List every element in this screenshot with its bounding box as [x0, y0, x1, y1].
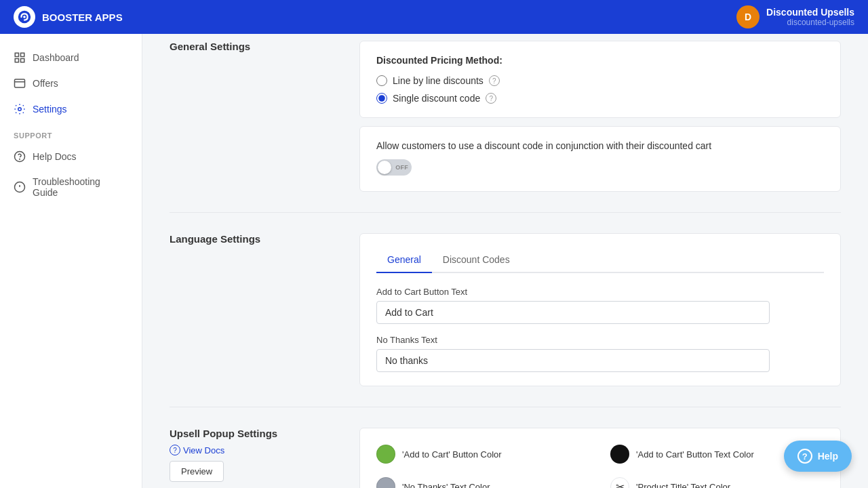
- sidebar-label-troubleshooting: Troubleshooting Guide: [33, 176, 128, 198]
- dashboard-icon: [14, 52, 26, 64]
- add-to-cart-btn-color-swatch[interactable]: [376, 445, 395, 464]
- general-settings-section: General Settings Discounted Pricing Meth…: [170, 20, 841, 213]
- svg-point-1: [23, 16, 26, 18]
- add-to-cart-field-label: Add to Cart Button Text: [376, 287, 824, 297]
- help-docs-icon: [14, 150, 26, 163]
- help-button-icon: ?: [797, 449, 812, 464]
- single-discount-label: Single discount code: [393, 93, 480, 104]
- no-thanks-text-color-swatch[interactable]: [376, 477, 395, 488]
- support-section-label: SUPPORT: [0, 122, 142, 144]
- brand-name: BOOSTER APPS: [42, 12, 123, 23]
- color-settings-card: 'Add to Cart' Button Color 'Add to Cart'…: [359, 428, 841, 488]
- line-by-line-radio[interactable]: [376, 75, 387, 86]
- single-discount-radio[interactable]: [376, 93, 387, 104]
- sidebar-item-offers[interactable]: Offers: [0, 70, 142, 96]
- settings-icon: [14, 103, 26, 115]
- app-logo: [14, 6, 35, 28]
- pricing-radio-group: Line by line discounts ? Single discount…: [376, 75, 824, 104]
- single-discount-help-icon[interactable]: ?: [486, 93, 496, 104]
- tab-discount-codes[interactable]: Discount Codes: [432, 247, 521, 273]
- account-name: Discounted Upsells: [766, 7, 854, 18]
- no-thanks-text-color-label: 'No Thanks' Text Color: [402, 482, 490, 489]
- no-thanks-input[interactable]: [376, 349, 770, 372]
- sidebar-item-settings[interactable]: Settings: [0, 96, 142, 122]
- offers-icon: [14, 77, 26, 89]
- help-button[interactable]: ? Help: [784, 441, 852, 472]
- conjunction-toggle[interactable]: OFF: [376, 159, 412, 176]
- language-tabs: General Discount Codes: [376, 247, 824, 273]
- help-button-label: Help: [818, 451, 838, 462]
- single-discount-option[interactable]: Single discount code ?: [376, 93, 824, 104]
- sidebar-item-troubleshooting[interactable]: Troubleshooting Guide: [0, 169, 142, 205]
- view-docs-link[interactable]: ? View Docs: [170, 445, 332, 455]
- add-to-cart-btn-color-label: 'Add to Cart' Button Color: [402, 449, 502, 460]
- no-thanks-field-group: No Thanks Text: [376, 335, 824, 372]
- line-by-line-option[interactable]: Line by line discounts ?: [376, 75, 824, 86]
- sidebar: Dashboard Offers Settings SUPPORT: [0, 34, 142, 488]
- language-settings-title: Language Settings: [170, 233, 332, 386]
- no-thanks-text-color-item: 'No Thanks' Text Color: [376, 477, 590, 488]
- header: BOOSTER APPS D Discounted Upsells discou…: [0, 0, 868, 34]
- account-info: Discounted Upsells discounted-upsells: [766, 7, 854, 27]
- line-by-line-label: Line by line discounts: [393, 75, 484, 86]
- general-settings-content: Discounted Pricing Method: Line by line …: [359, 41, 841, 192]
- conjunction-text: Allow customers to use a discount code i…: [376, 140, 824, 151]
- no-thanks-field-label: No Thanks Text: [376, 335, 824, 345]
- add-to-cart-text-color-swatch[interactable]: [610, 445, 629, 464]
- account-subdomain: discounted-upsells: [766, 18, 854, 27]
- toggle-label: OFF: [395, 164, 408, 171]
- troubleshooting-icon: [14, 181, 26, 193]
- language-card: General Discount Codes Add to Cart Butto…: [359, 233, 841, 386]
- sidebar-label-settings: Settings: [33, 104, 67, 115]
- svg-rect-2: [15, 53, 18, 56]
- sidebar-item-help-docs[interactable]: Help Docs: [0, 144, 142, 169]
- toggle-knob: [378, 161, 391, 174]
- language-settings-content: General Discount Codes Add to Cart Butto…: [359, 233, 841, 386]
- conjunction-card: Allow customers to use a discount code i…: [359, 126, 841, 192]
- product-title-text-color-swatch[interactable]: ✂: [610, 477, 629, 488]
- sidebar-label-dashboard: Dashboard: [33, 52, 79, 63]
- pricing-method-title: Discounted Pricing Method:: [376, 55, 824, 66]
- add-to-cart-text-color-label: 'Add to Cart' Button Text Color: [636, 449, 754, 460]
- product-title-text-color-item: ✂ 'Product Title' Text Color: [610, 477, 824, 488]
- upsell-popup-content: 'Add to Cart' Button Color 'Add to Cart'…: [359, 428, 841, 488]
- pricing-method-card: Discounted Pricing Method: Line by line …: [359, 41, 841, 118]
- sidebar-label-offers: Offers: [33, 78, 58, 89]
- line-by-line-help-icon[interactable]: ?: [489, 75, 500, 86]
- main-content: General Settings Discounted Pricing Meth…: [142, 0, 868, 488]
- svg-point-7: [18, 108, 22, 111]
- add-to-cart-field-group: Add to Cart Button Text: [376, 287, 824, 324]
- add-to-cart-input[interactable]: [376, 301, 770, 324]
- color-grid: 'Add to Cart' Button Color 'Add to Cart'…: [376, 442, 824, 488]
- general-settings-title: General Settings: [170, 41, 332, 192]
- view-docs-label: View Docs: [183, 445, 224, 455]
- header-left: BOOSTER APPS: [14, 6, 123, 28]
- upsell-popup-section: Upsell Popup Settings ? View Docs Previe…: [170, 407, 841, 488]
- svg-rect-5: [21, 59, 24, 62]
- product-title-text-color-label: 'Product Title' Text Color: [636, 482, 730, 489]
- sidebar-label-help-docs: Help Docs: [33, 151, 77, 162]
- svg-rect-4: [15, 59, 18, 62]
- language-settings-section: Language Settings General Discount Codes…: [170, 213, 841, 407]
- sidebar-item-dashboard[interactable]: Dashboard: [0, 45, 142, 70]
- upsell-section-title-area: Upsell Popup Settings ? View Docs Previe…: [170, 428, 332, 488]
- upsell-section-title: Upsell Popup Settings: [170, 428, 332, 439]
- preview-button[interactable]: Preview: [170, 461, 224, 482]
- svg-rect-6: [15, 79, 25, 87]
- svg-rect-3: [21, 53, 24, 56]
- tab-general[interactable]: General: [376, 247, 432, 273]
- user-avatar: D: [736, 5, 760, 28]
- header-right: D Discounted Upsells discounted-upsells: [736, 5, 854, 28]
- add-to-cart-btn-color-item: 'Add to Cart' Button Color: [376, 445, 590, 464]
- svg-point-9: [20, 159, 20, 159]
- view-docs-circle-icon: ?: [170, 445, 180, 455]
